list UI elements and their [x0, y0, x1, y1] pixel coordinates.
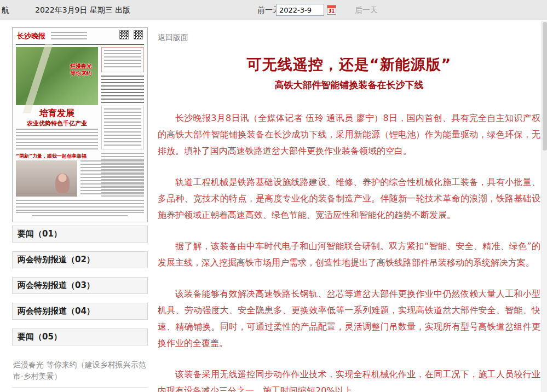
thumb-aerial-photo: 烂漫春光 等你来约 — [16, 47, 98, 105]
sidebar-article-item[interactable]: 烂漫春光 等你来约（建设乡村振兴示范市·乡村美景） — [12, 354, 148, 388]
sidebar-article-list: 烂漫春光 等你来约（建设乡村振兴示范市·乡村美景） 培育发展农业优势特色千亿产业 — [12, 354, 148, 392]
qr-code-icon — [119, 30, 129, 39]
article-paragraph: 长沙晚报3月8日讯（全媒体记者 伍玲 通讯员 廖宁）8日，国内首创、具有完全自主… — [158, 110, 540, 159]
thumb-bottom-strip — [16, 212, 144, 220]
thumb-text-placeholder — [101, 76, 144, 103]
thumb-masthead-rule — [16, 44, 144, 45]
sidebar-section-list: 要闻（01） 两会特别报道（02） 两会特别报道（03） 两会特别报道（04） … — [12, 226, 148, 345]
thumb-main-headline-1: 培育发展 — [16, 108, 98, 119]
front-page-thumbnail[interactable]: 长沙晚报 烂漫春光 等你来约 培育发展 农业优势特色千亿产业 “两新”力量，跟我… — [12, 27, 148, 222]
calendar-icon-day: 31 — [327, 8, 336, 14]
thumb-text-placeholder — [80, 160, 144, 197]
thumb-main-headline-2: 农业优势特色千亿产业 — [16, 119, 98, 128]
scrollbar-thumb[interactable] — [543, 22, 547, 151]
thumb-text-placeholder — [32, 215, 128, 218]
thumb-text-placeholder — [104, 50, 141, 70]
thumb-article-box — [101, 47, 144, 72]
thumb-article-box — [101, 106, 144, 149]
sidebar-section-lianghui-02[interactable]: 两会特别报道（02） — [12, 251, 148, 268]
article-view: 返回版面 可无线遥控，还是“新能源版” 高铁大部件智能铺换装备在长沙下线 长沙晚… — [158, 32, 540, 392]
topbar: 航 2022年3月9日 星期三 出版 前一天 31 后一天 — [0, 0, 547, 20]
sidebar: 长沙晚报 烂漫春光 等你来约 培育发展 农业优势特色千亿产业 “两新”力量，跟我… — [12, 27, 148, 392]
article-subtitle: 高铁大部件智能铺换装备在长沙下线 — [158, 79, 540, 91]
back-to-page-link[interactable]: 返回版面 — [158, 33, 188, 43]
thumb-caption: “两新”力量，跟我一起创享幸福 — [16, 153, 99, 160]
thumb-person-photo — [16, 160, 77, 197]
article-title: 可无线遥控，还是“新能源版” — [158, 55, 540, 74]
article-paragraph: 轨道工程机械是铁路基础设施线路建设、维修、养护的综合性机械化施工装备，具有小批量… — [158, 174, 540, 223]
publish-date-label: 2022年3月9日 星期三 出版 — [35, 5, 130, 15]
article-paragraph: 据了解，该装备由中车时代电子和山河智能联合研制。双方紧扣“智能、安全、精准、绿色… — [158, 238, 540, 271]
thumb-masthead-logo: 长沙晚报 — [17, 31, 48, 42]
thumb-photo-headline: 烂漫春光 等你来约 — [70, 62, 96, 77]
article-paragraph: 该装备能够有效解决高速铁路长钢轨、岔芯等道岔大部件更换作业中仍然依赖大量人工和小… — [158, 286, 540, 351]
qr-code-icon — [134, 30, 143, 39]
sidebar-article-item[interactable]: 培育发展农业优势特色千亿产业 — [12, 388, 148, 392]
calendar-icon[interactable]: 31 — [327, 5, 336, 15]
scrollbar-track[interactable] — [542, 21, 547, 392]
article-paragraph: 该装备采用无线遥控同步动作作业技术，实现全程机械化作业，在同工况下，施工人员较行… — [158, 366, 540, 392]
sidebar-section-yaowen-05[interactable]: 要闻（05） — [12, 328, 148, 345]
next-day-button[interactable]: 后一天 — [355, 5, 378, 15]
date-input[interactable] — [276, 4, 324, 16]
article-body: 长沙晚报3月8日讯（全媒体记者 伍玲 通讯员 廖宁）8日，国内首创、具有完全自主… — [158, 110, 540, 392]
sidebar-section-lianghui-03[interactable]: 两会特别报道（03） — [12, 277, 148, 294]
thumb-text-placeholder — [104, 108, 141, 147]
thumb-masthead-text-placeholder — [51, 32, 87, 42]
sidebar-section-lianghui-04[interactable]: 两会特别报道（04） — [12, 303, 148, 320]
sidebar-section-yaowen-01[interactable]: 要闻（01） — [12, 226, 148, 243]
thumb-text-placeholder — [16, 129, 98, 149]
thumb-text-placeholder — [16, 200, 144, 212]
nav-link-partial[interactable]: 航 — [2, 5, 9, 15]
